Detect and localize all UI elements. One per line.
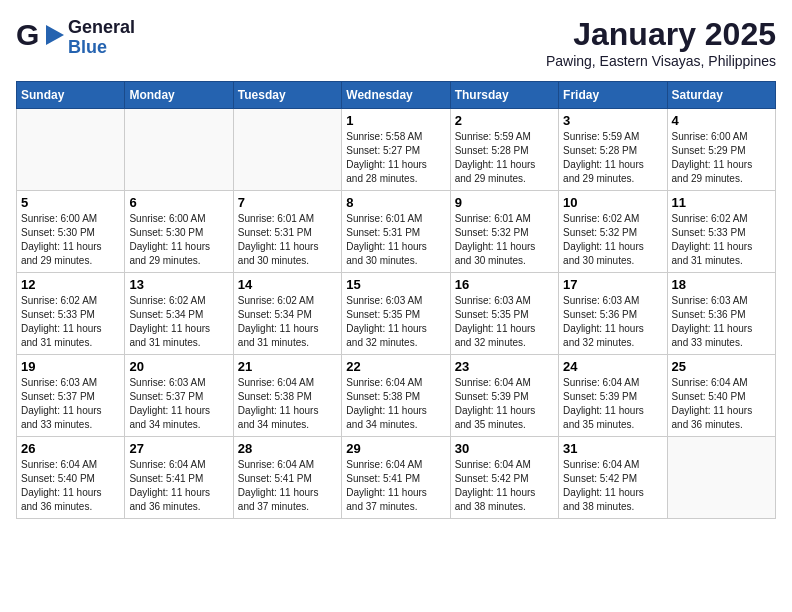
day-info: Sunrise: 6:00 AMSunset: 5:29 PMDaylight:…: [672, 130, 771, 186]
weekday-header-sunday: Sunday: [17, 82, 125, 109]
page-title: January 2025: [546, 16, 776, 53]
day-info: Sunrise: 5:59 AMSunset: 5:28 PMDaylight:…: [455, 130, 554, 186]
day-info: Sunrise: 6:04 AMSunset: 5:42 PMDaylight:…: [455, 458, 554, 514]
calendar-cell: 14Sunrise: 6:02 AMSunset: 5:34 PMDayligh…: [233, 273, 341, 355]
day-number: 28: [238, 441, 337, 456]
day-number: 8: [346, 195, 445, 210]
calendar-cell: 11Sunrise: 6:02 AMSunset: 5:33 PMDayligh…: [667, 191, 775, 273]
svg-marker-1: [46, 25, 64, 45]
day-info: Sunrise: 6:01 AMSunset: 5:31 PMDaylight:…: [238, 212, 337, 268]
day-number: 24: [563, 359, 662, 374]
calendar-cell: 17Sunrise: 6:03 AMSunset: 5:36 PMDayligh…: [559, 273, 667, 355]
calendar-cell: 23Sunrise: 6:04 AMSunset: 5:39 PMDayligh…: [450, 355, 558, 437]
day-info: Sunrise: 6:01 AMSunset: 5:31 PMDaylight:…: [346, 212, 445, 268]
day-number: 7: [238, 195, 337, 210]
day-number: 27: [129, 441, 228, 456]
day-number: 4: [672, 113, 771, 128]
calendar-cell: 26Sunrise: 6:04 AMSunset: 5:40 PMDayligh…: [17, 437, 125, 519]
calendar-cell: 30Sunrise: 6:04 AMSunset: 5:42 PMDayligh…: [450, 437, 558, 519]
calendar-cell: 6Sunrise: 6:00 AMSunset: 5:30 PMDaylight…: [125, 191, 233, 273]
day-number: 2: [455, 113, 554, 128]
day-info: Sunrise: 6:01 AMSunset: 5:32 PMDaylight:…: [455, 212, 554, 268]
svg-text:G: G: [16, 18, 39, 51]
day-number: 30: [455, 441, 554, 456]
day-info: Sunrise: 6:04 AMSunset: 5:41 PMDaylight:…: [238, 458, 337, 514]
weekday-header-wednesday: Wednesday: [342, 82, 450, 109]
day-number: 23: [455, 359, 554, 374]
day-number: 10: [563, 195, 662, 210]
page-subtitle: Pawing, Eastern Visayas, Philippines: [546, 53, 776, 69]
day-number: 1: [346, 113, 445, 128]
calendar-cell: 2Sunrise: 5:59 AMSunset: 5:28 PMDaylight…: [450, 109, 558, 191]
day-info: Sunrise: 5:58 AMSunset: 5:27 PMDaylight:…: [346, 130, 445, 186]
day-number: 13: [129, 277, 228, 292]
day-number: 26: [21, 441, 120, 456]
day-info: Sunrise: 6:04 AMSunset: 5:41 PMDaylight:…: [346, 458, 445, 514]
day-number: 29: [346, 441, 445, 456]
day-number: 18: [672, 277, 771, 292]
calendar-cell: [233, 109, 341, 191]
day-info: Sunrise: 6:04 AMSunset: 5:40 PMDaylight:…: [21, 458, 120, 514]
weekday-header-row: SundayMondayTuesdayWednesdayThursdayFrid…: [17, 82, 776, 109]
weekday-header-saturday: Saturday: [667, 82, 775, 109]
day-info: Sunrise: 6:04 AMSunset: 5:38 PMDaylight:…: [346, 376, 445, 432]
logo-blue: Blue: [68, 38, 135, 58]
logo: G General Blue: [16, 16, 135, 58]
week-row-2: 5Sunrise: 6:00 AMSunset: 5:30 PMDaylight…: [17, 191, 776, 273]
day-info: Sunrise: 6:04 AMSunset: 5:39 PMDaylight:…: [563, 376, 662, 432]
calendar-cell: 5Sunrise: 6:00 AMSunset: 5:30 PMDaylight…: [17, 191, 125, 273]
day-number: 19: [21, 359, 120, 374]
day-number: 12: [21, 277, 120, 292]
day-number: 21: [238, 359, 337, 374]
day-info: Sunrise: 6:04 AMSunset: 5:39 PMDaylight:…: [455, 376, 554, 432]
day-info: Sunrise: 6:03 AMSunset: 5:35 PMDaylight:…: [455, 294, 554, 350]
calendar-cell: 12Sunrise: 6:02 AMSunset: 5:33 PMDayligh…: [17, 273, 125, 355]
calendar-cell: 3Sunrise: 5:59 AMSunset: 5:28 PMDaylight…: [559, 109, 667, 191]
calendar-cell: 21Sunrise: 6:04 AMSunset: 5:38 PMDayligh…: [233, 355, 341, 437]
day-number: 20: [129, 359, 228, 374]
day-info: Sunrise: 6:04 AMSunset: 5:42 PMDaylight:…: [563, 458, 662, 514]
day-number: 31: [563, 441, 662, 456]
logo-icon: G: [16, 17, 64, 57]
calendar-cell: 8Sunrise: 6:01 AMSunset: 5:31 PMDaylight…: [342, 191, 450, 273]
day-info: Sunrise: 6:04 AMSunset: 5:41 PMDaylight:…: [129, 458, 228, 514]
day-number: 25: [672, 359, 771, 374]
day-info: Sunrise: 6:03 AMSunset: 5:36 PMDaylight:…: [563, 294, 662, 350]
calendar-cell: [125, 109, 233, 191]
calendar-cell: [17, 109, 125, 191]
day-number: 14: [238, 277, 337, 292]
logo-general: General: [68, 18, 135, 38]
calendar-cell: [667, 437, 775, 519]
calendar-cell: 16Sunrise: 6:03 AMSunset: 5:35 PMDayligh…: [450, 273, 558, 355]
day-number: 15: [346, 277, 445, 292]
calendar-cell: 10Sunrise: 6:02 AMSunset: 5:32 PMDayligh…: [559, 191, 667, 273]
day-info: Sunrise: 5:59 AMSunset: 5:28 PMDaylight:…: [563, 130, 662, 186]
week-row-5: 26Sunrise: 6:04 AMSunset: 5:40 PMDayligh…: [17, 437, 776, 519]
calendar-cell: 31Sunrise: 6:04 AMSunset: 5:42 PMDayligh…: [559, 437, 667, 519]
calendar-cell: 25Sunrise: 6:04 AMSunset: 5:40 PMDayligh…: [667, 355, 775, 437]
week-row-4: 19Sunrise: 6:03 AMSunset: 5:37 PMDayligh…: [17, 355, 776, 437]
week-row-1: 1Sunrise: 5:58 AMSunset: 5:27 PMDaylight…: [17, 109, 776, 191]
day-info: Sunrise: 6:02 AMSunset: 5:32 PMDaylight:…: [563, 212, 662, 268]
day-info: Sunrise: 6:04 AMSunset: 5:40 PMDaylight:…: [672, 376, 771, 432]
calendar-cell: 24Sunrise: 6:04 AMSunset: 5:39 PMDayligh…: [559, 355, 667, 437]
day-number: 3: [563, 113, 662, 128]
calendar-cell: 22Sunrise: 6:04 AMSunset: 5:38 PMDayligh…: [342, 355, 450, 437]
day-number: 17: [563, 277, 662, 292]
calendar-cell: 15Sunrise: 6:03 AMSunset: 5:35 PMDayligh…: [342, 273, 450, 355]
day-info: Sunrise: 6:02 AMSunset: 5:34 PMDaylight:…: [238, 294, 337, 350]
weekday-header-monday: Monday: [125, 82, 233, 109]
calendar-table: SundayMondayTuesdayWednesdayThursdayFrid…: [16, 81, 776, 519]
day-number: 11: [672, 195, 771, 210]
calendar-cell: 7Sunrise: 6:01 AMSunset: 5:31 PMDaylight…: [233, 191, 341, 273]
day-info: Sunrise: 6:03 AMSunset: 5:35 PMDaylight:…: [346, 294, 445, 350]
calendar-cell: 28Sunrise: 6:04 AMSunset: 5:41 PMDayligh…: [233, 437, 341, 519]
day-info: Sunrise: 6:00 AMSunset: 5:30 PMDaylight:…: [129, 212, 228, 268]
day-info: Sunrise: 6:03 AMSunset: 5:36 PMDaylight:…: [672, 294, 771, 350]
calendar-cell: 19Sunrise: 6:03 AMSunset: 5:37 PMDayligh…: [17, 355, 125, 437]
day-info: Sunrise: 6:03 AMSunset: 5:37 PMDaylight:…: [129, 376, 228, 432]
calendar-cell: 18Sunrise: 6:03 AMSunset: 5:36 PMDayligh…: [667, 273, 775, 355]
calendar-cell: 9Sunrise: 6:01 AMSunset: 5:32 PMDaylight…: [450, 191, 558, 273]
weekday-header-friday: Friday: [559, 82, 667, 109]
weekday-header-tuesday: Tuesday: [233, 82, 341, 109]
